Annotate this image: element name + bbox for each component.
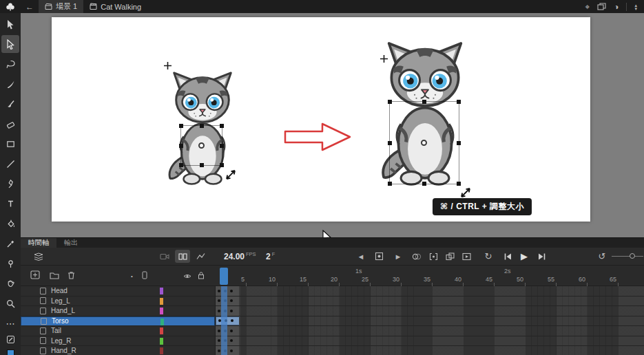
selection-handle[interactable] (220, 124, 224, 128)
layer-row-Torso[interactable]: Torso (21, 316, 215, 327)
frame-row-Hand_L[interactable] (216, 306, 644, 316)
frame-row-Head[interactable] (216, 286, 644, 297)
keyframe-dot[interactable] (230, 299, 233, 302)
visibility-column-icon[interactable] (183, 270, 191, 282)
zoom-stepper[interactable]: ▴ ▾ (634, 3, 637, 10)
step-forward-button[interactable] (535, 248, 548, 265)
new-folder-button[interactable] (50, 270, 59, 282)
layer-row-Hand_L[interactable]: Hand_L (21, 306, 215, 316)
stage[interactable]: ⌘ / CTRL + 調整大小 (52, 17, 590, 222)
keyframe-span[interactable] (216, 326, 240, 336)
canvas-area[interactable]: ⌘ / CTRL + 調整大小 (21, 13, 644, 237)
frame-row-Tail[interactable] (216, 326, 644, 336)
pen-tool[interactable] (1, 175, 19, 193)
keyframe-dot[interactable] (230, 290, 233, 292)
selection-handle[interactable] (200, 124, 204, 128)
selection-handle[interactable] (179, 144, 183, 148)
layer-color-swatch[interactable] (160, 347, 163, 354)
selection-handle[interactable] (388, 182, 392, 186)
frame-grid[interactable] (215, 286, 644, 355)
keyframe-dot[interactable] (230, 339, 233, 342)
snap-target-icon[interactable]: ⌖ (585, 2, 590, 12)
line-tool[interactable] (1, 155, 19, 173)
keyframe-span[interactable] (216, 346, 240, 355)
selection-bounds-large[interactable] (389, 101, 459, 184)
frame-view-toggle[interactable] (175, 250, 190, 263)
more-tools-button[interactable]: ⋯ (1, 314, 19, 332)
transform-point[interactable] (421, 140, 427, 146)
layer-color-swatch[interactable] (160, 319, 164, 325)
step-down-icon[interactable]: ▾ (634, 7, 637, 10)
keyframe-dot[interactable] (218, 299, 220, 302)
rectangle-tool[interactable] (1, 135, 19, 153)
selection-handle[interactable] (220, 144, 224, 148)
animate-logo-icon[interactable] (0, 2, 21, 12)
insert-keyframe-button[interactable] (372, 248, 386, 265)
frame-row-Torso[interactable] (216, 316, 644, 327)
keyframe-dot[interactable] (231, 319, 233, 322)
selection-handle[interactable] (457, 100, 461, 104)
layer-color-swatch[interactable] (160, 308, 163, 314)
keyframe-dot[interactable] (230, 310, 233, 312)
selection-handle[interactable] (179, 124, 183, 128)
keyframe-span[interactable] (216, 286, 240, 296)
camera-icon[interactable] (158, 248, 171, 265)
tab-output[interactable]: 輸出 (56, 238, 85, 248)
eraser-tool[interactable] (1, 115, 19, 133)
selection-handle[interactable] (457, 141, 461, 145)
keyframe-span[interactable] (216, 306, 240, 316)
delete-layer-button[interactable] (67, 270, 75, 282)
frame-row-Leg_L[interactable] (216, 297, 644, 307)
fill-color-swatch[interactable] (7, 349, 14, 355)
keyframe-dot[interactable] (218, 290, 220, 292)
timeline-zoom-slider[interactable] (612, 256, 643, 257)
back-arrow-button[interactable]: ← (21, 2, 39, 12)
keyframe-dot[interactable] (218, 339, 220, 342)
fluid-brush-tool[interactable] (1, 75, 19, 93)
selection-tool[interactable] (1, 15, 19, 33)
scene-breadcrumb[interactable]: 場景 1 (39, 0, 83, 13)
keyframe-span[interactable] (216, 316, 240, 326)
selection-handle[interactable] (388, 100, 392, 104)
frame-row-Hand_R[interactable] (216, 346, 644, 355)
layers-panel-icon[interactable] (32, 248, 45, 265)
rig-column-icon[interactable] (142, 270, 147, 282)
undo-icon[interactable]: ↺ (596, 248, 607, 265)
layer-row-Leg_R[interactable]: Leg_R (21, 336, 215, 347)
document-breadcrumb[interactable]: Cat Walking (83, 0, 147, 13)
edit-multiple-frames-button[interactable] (444, 248, 456, 265)
new-layer-button[interactable] (30, 270, 40, 282)
classic-brush-tool[interactable] (1, 95, 19, 113)
prev-keyframe-button[interactable]: ◄ (355, 248, 366, 265)
stage-layers-icon[interactable] (597, 3, 606, 11)
layer-color-swatch[interactable] (160, 327, 163, 334)
playhead[interactable] (220, 268, 228, 285)
layer-row-Head[interactable]: Head (21, 286, 215, 297)
frame-row-Leg_R[interactable] (216, 336, 644, 347)
keyframe-span[interactable] (216, 336, 240, 346)
paint-bucket-tool[interactable] (1, 215, 19, 233)
keyframe-span[interactable] (216, 297, 240, 306)
layer-row-Hand_R[interactable]: Hand_R (21, 346, 215, 355)
lasso-tool[interactable] (1, 55, 19, 73)
selection-bounds-small[interactable] (180, 125, 222, 166)
layer-color-swatch[interactable] (160, 338, 163, 345)
preview-mode-icon[interactable]: ◑ (614, 2, 619, 12)
selection-handle[interactable] (457, 182, 461, 186)
timeline-zoom-knob[interactable] (630, 253, 635, 259)
selection-handle[interactable] (179, 163, 183, 167)
loop-button[interactable]: ↻ (483, 248, 494, 265)
selection-handle[interactable] (220, 163, 224, 167)
eyedropper-tool[interactable] (1, 235, 19, 252)
keyframe-dot[interactable] (218, 310, 220, 312)
frame-ruler[interactable]: • 51015202530354045505560651s2s (21, 266, 644, 286)
selection-handle[interactable] (200, 163, 204, 167)
selection-handle[interactable] (422, 182, 426, 186)
subselection-tool[interactable] (1, 35, 19, 53)
keyframe-dot[interactable] (230, 330, 233, 332)
keyframe-dot[interactable] (230, 349, 233, 352)
layer-color-swatch[interactable] (160, 288, 163, 294)
hand-tool[interactable] (1, 275, 19, 292)
transform-point[interactable] (198, 142, 205, 149)
keyframe-dot[interactable] (218, 349, 220, 352)
